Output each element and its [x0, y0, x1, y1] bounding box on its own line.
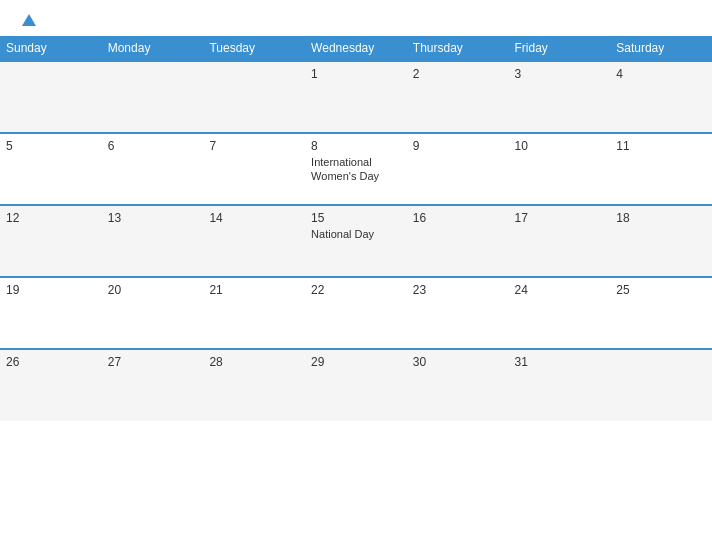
calendar-cell: 6: [102, 133, 204, 205]
calendar-cell: 12: [0, 205, 102, 277]
calendar-cell: 17: [509, 205, 611, 277]
calendar-cell: 10: [509, 133, 611, 205]
calendar-table: SundayMondayTuesdayWednesdayThursdayFrid…: [0, 36, 712, 421]
header: [0, 0, 712, 36]
calendar-cell: 8International Women's Day: [305, 133, 407, 205]
day-number: 7: [209, 139, 299, 153]
calendar-cell: 20: [102, 277, 204, 349]
day-number: 6: [108, 139, 198, 153]
day-number: 18: [616, 211, 706, 225]
calendar-cell: 3: [509, 61, 611, 133]
calendar-cell: [203, 61, 305, 133]
calendar-cell: 30: [407, 349, 509, 421]
day-number: 16: [413, 211, 503, 225]
day-number: 27: [108, 355, 198, 369]
day-number: 20: [108, 283, 198, 297]
calendar-header: SundayMondayTuesdayWednesdayThursdayFrid…: [0, 36, 712, 61]
weekday-header-row: SundayMondayTuesdayWednesdayThursdayFrid…: [0, 36, 712, 61]
calendar-cell: 11: [610, 133, 712, 205]
day-number: 1: [311, 67, 401, 81]
calendar-cell: 7: [203, 133, 305, 205]
weekday-header-sunday: Sunday: [0, 36, 102, 61]
calendar-cell: 14: [203, 205, 305, 277]
day-number: 30: [413, 355, 503, 369]
calendar-cell: 28: [203, 349, 305, 421]
calendar-cell: 9: [407, 133, 509, 205]
weekday-header-tuesday: Tuesday: [203, 36, 305, 61]
calendar-cell: 13: [102, 205, 204, 277]
day-number: 26: [6, 355, 96, 369]
logo-triangle-icon: [22, 14, 36, 26]
day-number: 14: [209, 211, 299, 225]
calendar-cell: 2: [407, 61, 509, 133]
day-number: 23: [413, 283, 503, 297]
day-number: 5: [6, 139, 96, 153]
calendar-cell: 16: [407, 205, 509, 277]
day-number: 31: [515, 355, 605, 369]
day-number: 3: [515, 67, 605, 81]
calendar-cell: 31: [509, 349, 611, 421]
day-number: 22: [311, 283, 401, 297]
calendar-cell: [102, 61, 204, 133]
calendar-cell: 27: [102, 349, 204, 421]
weekday-header-monday: Monday: [102, 36, 204, 61]
day-number: 28: [209, 355, 299, 369]
day-number: 24: [515, 283, 605, 297]
calendar-cell: 29: [305, 349, 407, 421]
calendar-cell: 22: [305, 277, 407, 349]
day-number: 15: [311, 211, 401, 225]
calendar-cell: [0, 61, 102, 133]
calendar-page: SundayMondayTuesdayWednesdayThursdayFrid…: [0, 0, 712, 550]
calendar-cell: 1: [305, 61, 407, 133]
calendar-cell: 5: [0, 133, 102, 205]
day-number: 2: [413, 67, 503, 81]
calendar-cell: 26: [0, 349, 102, 421]
day-number: 12: [6, 211, 96, 225]
day-number: 8: [311, 139, 401, 153]
day-number: 10: [515, 139, 605, 153]
calendar-week-row: 5678International Women's Day91011: [0, 133, 712, 205]
calendar-cell: 15National Day: [305, 205, 407, 277]
calendar-cell: 24: [509, 277, 611, 349]
calendar-week-row: 19202122232425: [0, 277, 712, 349]
calendar-cell: 18: [610, 205, 712, 277]
logo: [18, 14, 36, 26]
calendar-week-row: 1234: [0, 61, 712, 133]
weekday-header-thursday: Thursday: [407, 36, 509, 61]
day-number: 17: [515, 211, 605, 225]
day-number: 13: [108, 211, 198, 225]
calendar-cell: 23: [407, 277, 509, 349]
holiday-label: National Day: [311, 228, 374, 240]
weekday-header-wednesday: Wednesday: [305, 36, 407, 61]
weekday-header-friday: Friday: [509, 36, 611, 61]
holiday-label: International Women's Day: [311, 156, 379, 182]
calendar-week-row: 262728293031: [0, 349, 712, 421]
day-number: 19: [6, 283, 96, 297]
calendar-week-row: 12131415National Day161718: [0, 205, 712, 277]
weekday-header-saturday: Saturday: [610, 36, 712, 61]
day-number: 9: [413, 139, 503, 153]
day-number: 29: [311, 355, 401, 369]
calendar-cell: 4: [610, 61, 712, 133]
calendar-body: 12345678International Women's Day9101112…: [0, 61, 712, 421]
calendar-cell: 25: [610, 277, 712, 349]
day-number: 25: [616, 283, 706, 297]
day-number: 21: [209, 283, 299, 297]
calendar-cell: 19: [0, 277, 102, 349]
logo-blue-text: [18, 14, 36, 26]
calendar-cell: [610, 349, 712, 421]
day-number: 11: [616, 139, 706, 153]
day-number: 4: [616, 67, 706, 81]
calendar-cell: 21: [203, 277, 305, 349]
